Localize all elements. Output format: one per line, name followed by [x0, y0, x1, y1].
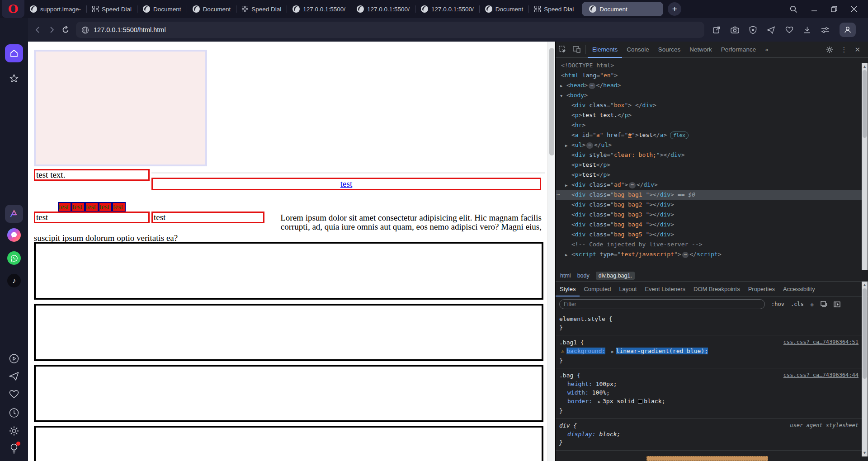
styles-tab-styles[interactable]: Styles	[556, 281, 580, 296]
opera-menu-button[interactable]: O	[2, 0, 24, 18]
browser-tab[interactable]: support.image-	[24, 0, 86, 18]
dom-tree-row[interactable]: ▶<ul>⋯</ul>	[556, 140, 862, 150]
scroll-down-arrow[interactable]: ▼	[862, 450, 868, 456]
bookmarks-heart-icon[interactable]	[9, 390, 19, 399]
history-clock-icon[interactable]	[9, 408, 19, 418]
back-icon[interactable]	[34, 26, 42, 33]
collapse-arrow-icon[interactable]: ▼	[560, 91, 562, 101]
computed-sidebar-toggle-icon[interactable]	[834, 301, 840, 307]
flex-badge[interactable]: flex	[670, 132, 689, 139]
forward-icon[interactable]	[48, 26, 55, 33]
dom-tree-row[interactable]: ▶<div class="ad">⋯</div>	[556, 180, 862, 190]
tree-scrollbar[interactable]: ▲	[862, 63, 868, 270]
css-property[interactable]: display: block;	[559, 430, 859, 438]
download-icon[interactable]	[803, 26, 811, 34]
dom-tree-row[interactable]: <p>test text.</p>	[556, 110, 862, 120]
page-list-item[interactable]: test	[99, 202, 112, 212]
devtools-settings-gear-icon[interactable]	[826, 46, 833, 53]
css-rule[interactable]: user agent stylesheetdiv {display: block…	[556, 419, 862, 451]
dom-tree-row[interactable]: <a id="a" href="#">test</a>flex	[556, 130, 862, 140]
browser-tab-active[interactable]: Document	[582, 2, 663, 16]
page-list-item[interactable]: test	[71, 202, 85, 212]
devtools-tab-performance[interactable]: Performance	[717, 42, 760, 58]
scroll-up-arrow[interactable]: ▲	[862, 64, 868, 70]
dom-tree-row[interactable]: <p>test</p>	[556, 170, 862, 180]
devtools-tab-network[interactable]: Network	[685, 42, 717, 58]
dom-tree-row[interactable]: ▶<head>⋯</head>	[556, 80, 862, 90]
minimize-icon[interactable]	[811, 6, 817, 12]
css-rule[interactable]: css.css?_ca…74396364:44.bag {height: 100…	[556, 368, 862, 419]
expand-dots-button[interactable]: ⋯	[629, 182, 636, 188]
tiktok-icon[interactable]: ♪	[7, 274, 21, 287]
bookmarks-star-icon[interactable]	[9, 73, 19, 84]
bookmark-heart-icon[interactable]	[785, 26, 793, 33]
more-tabs-chevron[interactable]: »	[760, 42, 773, 58]
hover-states-button[interactable]: :hov	[771, 301, 784, 307]
page-list-item[interactable]: test	[85, 202, 99, 212]
page-scrollbar[interactable]	[547, 42, 555, 461]
expand-arrow-icon[interactable]: ▶	[565, 180, 567, 190]
devtools-kebab-menu-icon[interactable]: ⋮	[840, 46, 847, 54]
css-property[interactable]: border: ▶3px solid black;	[559, 397, 859, 406]
dom-tree-row[interactable]: <p>test</p>	[556, 160, 862, 170]
browser-tab[interactable]: 127.0.0.1:5500/	[351, 0, 415, 18]
styles-tab-properties[interactable]: Properties	[744, 281, 779, 296]
css-rule[interactable]: css.css?_ca…74396364:51.bag1 {⚠backgroun…	[556, 335, 862, 368]
browser-tab[interactable]: 127.0.0.1:5500/	[287, 0, 351, 18]
dom-tree-row[interactable]: <div class="bag bag2 "></div>	[556, 200, 862, 210]
expand-value-arrow-icon[interactable]: ▶	[598, 400, 600, 404]
devtools-tab-elements[interactable]: Elements	[588, 42, 622, 58]
breadcrumb-body[interactable]: body	[577, 273, 590, 279]
devtools-close-icon[interactable]: ✕	[854, 46, 860, 54]
color-format-icon[interactable]	[821, 301, 827, 307]
dom-tree-row[interactable]: ▼<body>	[556, 90, 862, 100]
element-classes-button[interactable]: .cls	[791, 301, 804, 307]
inspect-element-icon[interactable]	[559, 46, 566, 53]
expand-dots-button[interactable]: ⋯	[682, 252, 689, 258]
page-list-item[interactable]: test	[112, 202, 126, 212]
close-icon[interactable]	[851, 6, 857, 12]
styles-scrollbar[interactable]: ▲ ▼	[862, 282, 868, 456]
browser-tab[interactable]: Speed Dial	[236, 0, 287, 18]
page-test-link[interactable]: test	[340, 179, 352, 189]
devtools-tab-console[interactable]: Console	[622, 42, 654, 58]
dom-tree-row[interactable]: <div style="clear: both;"></div>	[556, 150, 862, 160]
browser-tab[interactable]: Speed Dial	[87, 0, 137, 18]
search-icon[interactable]	[790, 5, 797, 13]
device-toolbar-icon[interactable]	[573, 46, 580, 53]
reload-icon[interactable]	[61, 26, 70, 34]
browser-tab[interactable]: Document	[187, 0, 236, 18]
snapshot-camera-icon[interactable]	[731, 26, 739, 33]
browser-tab[interactable]: Speed Dial	[529, 0, 579, 18]
settings-gear-icon[interactable]	[9, 426, 19, 436]
expand-arrow-icon[interactable]: ▶	[565, 250, 567, 260]
speed-dial-home-button[interactable]	[5, 44, 23, 62]
stylesheet-source-link[interactable]: css.css?_ca…74396364:51	[783, 338, 859, 347]
tree-scrollbar-thumb[interactable]	[863, 70, 867, 138]
dom-tree-row[interactable]: <!DOCTYPE html>	[556, 61, 862, 71]
scroll-up-arrow[interactable]: ▲	[862, 282, 868, 288]
flow-send-icon[interactable]	[767, 26, 775, 34]
css-property[interactable]: height: 100px;	[559, 380, 859, 388]
expand-value-arrow-icon[interactable]: ▶	[611, 349, 613, 354]
easy-setup-sliders-icon[interactable]	[821, 27, 830, 33]
dom-tree-row-selected[interactable]: ⋯<div class="bag bag1 "></div> == $0	[556, 190, 862, 200]
expand-dots-button[interactable]: ⋯	[589, 83, 595, 89]
css-property[interactable]: ⚠background: ▶linear-gradient(red blue);	[559, 347, 859, 356]
color-swatch[interactable]	[638, 399, 642, 404]
expand-arrow-icon[interactable]: ▶	[565, 141, 567, 151]
page-scrollbar-thumb[interactable]	[549, 48, 554, 155]
dom-tree-row[interactable]: <html lang="en">	[556, 71, 862, 80]
stylesheet-source-link[interactable]: css.css?_ca…74396364:44	[783, 371, 859, 380]
dom-tree-row[interactable]: <div class="bag bag4 "></div>	[556, 220, 862, 230]
devtools-tab-sources[interactable]: Sources	[654, 42, 685, 58]
styles-filter-input[interactable]	[559, 299, 765, 309]
styles-tab-computed[interactable]: Computed	[580, 281, 615, 296]
restore-icon[interactable]	[831, 6, 837, 12]
styles-tab-event-listeners[interactable]: Event Listeners	[641, 281, 689, 296]
css-property[interactable]: width: 100%;	[559, 388, 859, 397]
dom-tree-row[interactable]: <!-- Code injected by live-server -->	[556, 240, 862, 249]
styles-tab-dom-breakpoints[interactable]: DOM Breakpoints	[689, 281, 744, 296]
styles-scrollbar-thumb[interactable]	[863, 288, 867, 379]
expand-arrow-icon[interactable]: ▶	[560, 81, 562, 91]
